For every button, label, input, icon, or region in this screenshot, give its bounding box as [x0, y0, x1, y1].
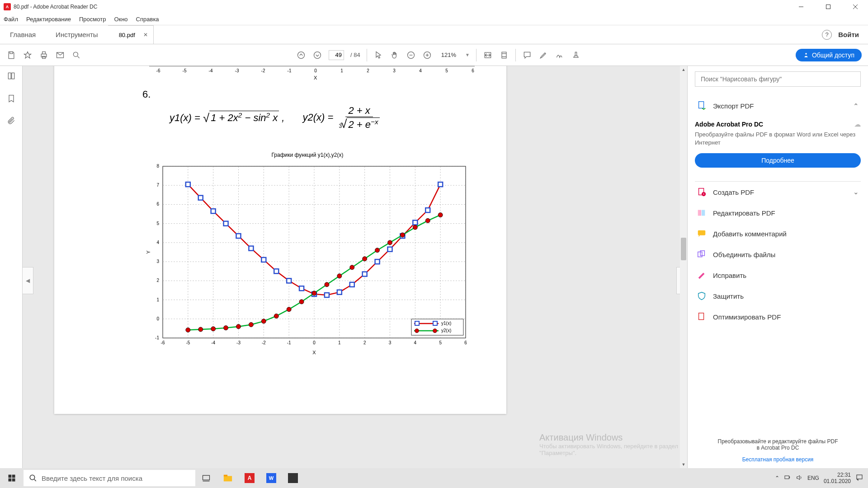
document-viewport[interactable]: ◀ ▶ ▲ ▼ -6-5-4 -3-2-1 012 345 6 [23, 66, 687, 468]
export-pdf-header[interactable]: Экспорт PDF ⌃ [695, 95, 861, 114]
combine-item[interactable]: Объединить файлы [695, 244, 861, 265]
star-icon[interactable] [23, 50, 33, 60]
scroll-down-arrow[interactable]: ▼ [680, 461, 687, 468]
fit-page-icon[interactable] [499, 50, 509, 60]
menu-window[interactable]: Окно [114, 16, 127, 23]
task-view-button[interactable] [195, 468, 217, 488]
fit-width-icon[interactable] [483, 50, 493, 60]
select-tool-icon[interactable] [373, 50, 383, 60]
learn-more-button[interactable]: Подробнее [695, 153, 861, 168]
print-icon[interactable] [39, 50, 49, 60]
toolbar-divider [515, 49, 516, 61]
svg-text:-1: -1 [288, 68, 292, 73]
zoom-out-icon[interactable] [406, 50, 416, 60]
taskbar-clock[interactable]: 22:31 01.01.2020 [824, 472, 851, 485]
taskbar-search-input[interactable]: Введите здесь текст для поиска [24, 470, 195, 486]
protect-label: Защитить [713, 292, 744, 300]
word-app-icon[interactable]: W [260, 468, 282, 488]
window-minimize-button[interactable] [792, 0, 810, 13]
page-up-icon[interactable] [296, 50, 306, 60]
attachment-icon[interactable] [6, 116, 17, 127]
menu-help[interactable]: Справка [136, 16, 159, 23]
hand-tool-icon[interactable] [390, 50, 400, 60]
svg-text:6: 6 [464, 340, 467, 345]
fix-item[interactable]: Исправить [695, 265, 861, 286]
zoom-value[interactable]: 121% [439, 51, 459, 59]
menu-view[interactable]: Просмотр [79, 16, 106, 23]
svg-rect-103 [236, 234, 241, 238]
create-pdf-item[interactable]: + Создать PDF ⌄ [695, 182, 861, 202]
svg-rect-158 [700, 251, 704, 256]
tab-tools[interactable]: Инструменты [46, 25, 108, 44]
network-icon[interactable] [784, 474, 791, 483]
bookmark-icon[interactable] [6, 93, 17, 104]
svg-text:y2(x): y2(x) [441, 328, 451, 333]
scrollbar-thumb[interactable] [681, 238, 686, 260]
item-number: 6. [142, 89, 151, 100]
menu-edit[interactable]: Редактирование [26, 16, 71, 23]
login-button[interactable]: Войти [838, 31, 859, 38]
window-close-button[interactable] [846, 0, 864, 13]
language-indicator[interactable]: ENG [807, 475, 819, 481]
shield-icon [697, 291, 707, 301]
edit-pdf-item[interactable]: Редактировать PDF [695, 202, 861, 223]
svg-text:-2: -2 [262, 340, 266, 345]
svg-point-128 [287, 307, 291, 312]
svg-text:-4: -4 [211, 340, 215, 345]
svg-rect-107 [287, 278, 291, 283]
window-maximize-button[interactable] [819, 0, 837, 13]
edit-pdf-icon [697, 208, 707, 218]
page-down-icon[interactable] [312, 50, 322, 60]
sign-icon[interactable] [555, 50, 565, 60]
save-icon[interactable] [6, 50, 16, 60]
vertical-scrollbar[interactable]: ▲ ▼ [680, 66, 687, 468]
svg-point-137 [400, 233, 405, 237]
tab-home[interactable]: Главная [0, 25, 46, 44]
page-number-input[interactable] [329, 50, 344, 60]
eq-y2: y2(x) = 2 + x 3√2 + e−x [302, 105, 382, 131]
comment-icon[interactable] [522, 50, 532, 60]
zoom-in-icon[interactable] [422, 50, 432, 60]
svg-text:-5: -5 [186, 340, 190, 345]
notifications-icon[interactable] [855, 474, 863, 483]
fix-label: Исправить [713, 272, 746, 279]
svg-text:X: X [312, 350, 316, 355]
tab-document[interactable]: 80.pdf ✕ [108, 25, 154, 44]
thumbnails-icon[interactable] [6, 70, 17, 81]
stamp-icon[interactable] [571, 50, 581, 60]
share-button[interactable]: Общий доступ [796, 49, 862, 61]
tab-close-icon[interactable]: ✕ [143, 32, 148, 38]
protect-item[interactable]: Защитить [695, 286, 861, 306]
svg-text:-3: -3 [235, 68, 239, 73]
window-titlebar: A 80.pdf - Adobe Acrobat Reader DC [0, 0, 868, 14]
start-button[interactable] [0, 468, 24, 488]
tray-chevron-icon[interactable]: ⌃ [775, 475, 779, 481]
create-pdf-label: Создать PDF [713, 188, 754, 196]
highlight-icon[interactable] [538, 50, 548, 60]
other-app-icon[interactable] [282, 468, 304, 488]
svg-rect-118 [425, 208, 430, 212]
search-icon[interactable] [71, 50, 81, 60]
svg-rect-21 [8, 73, 11, 79]
svg-rect-115 [388, 247, 392, 252]
svg-rect-6 [42, 52, 46, 54]
optimize-item[interactable]: Оптимизировать PDF [695, 306, 861, 327]
svg-line-10 [78, 56, 80, 58]
scroll-up-arrow[interactable]: ▲ [680, 66, 687, 73]
acrobat-app-icon[interactable]: A [239, 468, 260, 488]
svg-rect-155 [702, 210, 705, 216]
help-icon[interactable]: ? [822, 30, 832, 40]
comment-item[interactable]: Добавить комментарий [695, 223, 861, 244]
combine-label: Объединить файлы [713, 251, 775, 258]
svg-rect-169 [224, 475, 227, 477]
prev-page-arrow[interactable]: ◀ [23, 267, 33, 294]
tools-search-input[interactable] [695, 71, 861, 87]
zoom-dropdown-icon[interactable]: ▼ [465, 52, 470, 57]
explorer-app-icon[interactable] [217, 468, 239, 488]
free-trial-link[interactable]: Бесплатная пробная версия [695, 456, 861, 463]
menu-file[interactable]: Файл [4, 16, 18, 23]
mail-icon[interactable] [55, 50, 65, 60]
svg-rect-105 [261, 258, 266, 262]
volume-icon[interactable] [796, 474, 803, 483]
svg-text:2: 2 [156, 278, 159, 283]
